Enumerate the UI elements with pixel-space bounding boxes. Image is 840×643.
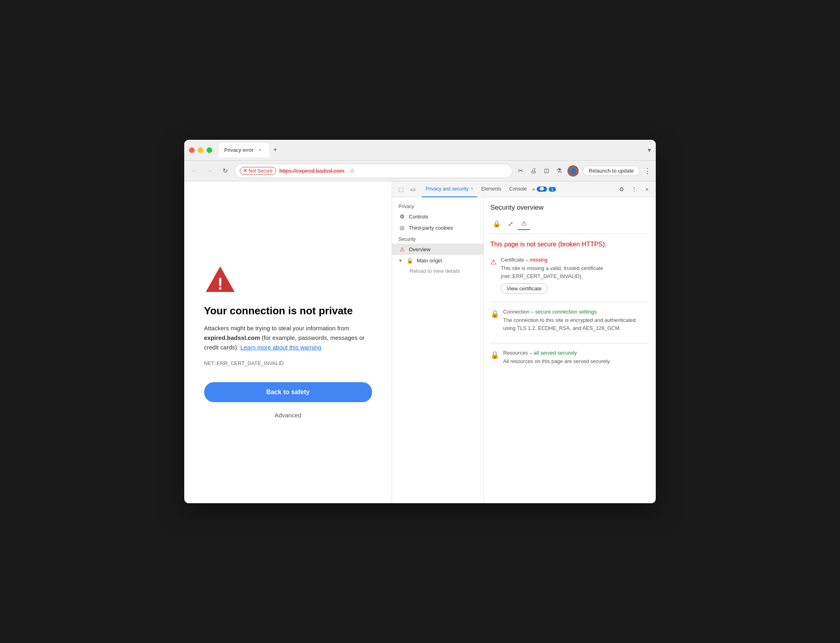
connection-item: 🔒 Connection – secure connection setting… [490,309,649,335]
certificate-content: Certificate – missing This site is missi… [501,257,649,294]
relaunch-button[interactable]: Relaunch to update [583,166,640,176]
main-area: ! Your connection is not private Attacke… [184,181,656,503]
tab-elements-label: Elements [481,186,501,192]
devtools-panel: ⬚ ▭ Privacy and security × Elements Cons… [392,181,656,503]
devtools-body: Privacy ⚙ Controls ◎ Third-party cookies… [392,197,656,503]
not-secure-x-icon: ✕ [243,168,247,173]
certificate-warning-icon: ⚠ [490,258,497,266]
view-certificate-button[interactable]: View certificate [501,283,547,294]
divider-1 [490,302,649,302]
resources-content: Resources – all served securely All reso… [503,350,649,369]
bookmark-icon[interactable]: ☆ [348,165,356,176]
devtools-icon-buttons: ⬚ ▭ [395,184,418,195]
connection-desc: The connection to this site is encrypted… [503,316,649,332]
resources-item: 🔒 Resources – all served securely All re… [490,350,649,369]
security-warning-tab[interactable]: ⚠ [518,217,530,230]
tab-console[interactable]: Console [505,181,531,197]
devtools-main-panel: Security overview 🔒 ⤢ ⚠ This page is not… [484,197,656,503]
close-traffic-light[interactable] [189,147,195,153]
security-overview-title: Security overview [490,204,649,212]
error-desc-prefix: Attackers might be trying to steal your … [204,325,349,331]
new-tab-button[interactable]: + [270,145,281,156]
traffic-lights [189,147,212,153]
sidebar-item-cookies[interactable]: ◎ Third-party cookies [392,222,484,233]
avatar[interactable]: 👤 [567,165,579,177]
sidebar-item-main-origin[interactable]: ▼ 🔒 Main origin [392,255,484,266]
devtools-sidebar: Privacy ⚙ Controls ◎ Third-party cookies… [392,197,484,503]
devtools-actions: ⚙ ⋮ × [616,184,653,195]
print-icon[interactable]: 🖨 [529,166,538,176]
privacy-section-label: Privacy [392,200,484,211]
cookies-icon: ◎ [398,224,406,231]
back-to-safety-button[interactable]: Back to safety [204,382,372,402]
devtools-badge: 💬 [537,187,547,192]
browser-window: Privacy error × + ▾ ← → ↻ ✕ Not Secure h… [184,140,656,503]
devtools-more-tabs[interactable]: » [532,187,535,192]
certificate-desc: This site is missing a valid, trusted ce… [501,264,649,280]
sidebar-reload-details: Reload to view details [392,266,484,276]
security-icon-tabs: 🔒 ⤢ ⚠ [490,217,649,234]
security-lock-tab[interactable]: 🔒 [490,217,503,230]
connection-lock-icon: 🔒 [490,310,499,318]
forward-button[interactable]: → [204,165,215,177]
browser-tab[interactable]: Privacy error × [219,143,269,157]
cookies-label: Third-party cookies [409,225,453,231]
devtools-tabs-bar: ⬚ ▭ Privacy and security × Elements Cons… [392,181,656,197]
devtools-kebab-icon[interactable]: ⋮ [629,184,640,195]
expand-icon: ▼ [398,258,402,263]
tab-close-button[interactable]: × [257,147,263,153]
warning-triangle-icon: ! [204,263,236,295]
tab-privacy-security-label: Privacy and security [426,186,468,192]
error-content: ! Your connection is not private Attacke… [204,263,372,422]
tab-list-button[interactable]: ▾ [648,146,651,154]
browser-menu-button[interactable]: ⋮ [644,167,651,175]
certificate-title: Certificate – missing [501,257,649,263]
error-title: Your connection is not private [204,305,353,317]
error-description: Attackers might be trying to steal your … [204,323,372,352]
toolbar: ← → ↻ ✕ Not Secure https://expired.badss… [184,161,656,181]
devtools-device-icon[interactable]: ▭ [407,184,418,195]
learn-more-link[interactable]: Learn more about this warning [240,344,321,351]
not-secure-badge: ✕ Not Secure [240,167,276,175]
browser-page: ! Your connection is not private Attacke… [184,181,392,503]
advanced-button[interactable]: Advanced [204,409,372,422]
cast-icon[interactable]: ⊡ [542,165,551,176]
back-button[interactable]: ← [189,165,200,177]
error-code: NET::ERR_CERT_DATE_INVALID [204,360,284,366]
devtools-inspect-icon[interactable]: ⬚ [395,184,406,195]
refresh-button[interactable]: ↻ [219,165,231,177]
sidebar-item-controls[interactable]: ⚙ Controls [392,211,484,222]
tab-console-label: Console [509,186,527,192]
resources-desc: All resources on this page are served se… [503,357,649,365]
not-secure-label: Not Secure [249,168,273,174]
resources-title: Resources – all served securely [503,350,649,356]
maximize-traffic-light[interactable] [207,147,212,153]
svg-text:!: ! [217,274,223,293]
certificate-item: ⚠ Certificate – missing This site is mis… [490,257,649,294]
scissors-icon[interactable]: ✂ [516,165,525,176]
security-external-tab[interactable]: ⤢ [504,217,517,230]
overview-warning-icon: ⚠ [398,246,406,252]
minimize-traffic-light[interactable] [198,147,203,153]
address-bar[interactable]: ✕ Not Secure https://expired.badssl.com … [235,164,512,178]
lab-icon[interactable]: ⚗ [555,165,563,176]
reload-details-label: Reload to view details [410,268,460,274]
devtools-close-icon[interactable]: × [641,184,653,195]
tab-title: Privacy error [224,147,254,153]
controls-label: Controls [409,214,428,220]
sidebar-item-overview[interactable]: ⚠ Overview [392,244,484,255]
error-domain: expired.badssl.com [204,334,260,341]
lock-icon: 🔒 [406,257,414,264]
title-bar: Privacy error × + ▾ [184,140,656,161]
devtools-message-count: 1 [549,187,556,192]
main-origin-label: Main origin [417,258,442,264]
divider-2 [490,343,649,343]
address-url: https://expired.badssl.com [279,168,344,174]
resources-lock-icon: 🔒 [490,351,499,359]
connection-title: Connection – secure connection settings [503,309,649,315]
tab-elements[interactable]: Elements [477,181,505,197]
security-section-label: Security [392,233,484,244]
tab-privacy-security-close[interactable]: × [471,187,473,191]
devtools-settings-icon[interactable]: ⚙ [616,184,627,195]
tab-privacy-security[interactable]: Privacy and security × [422,181,477,197]
